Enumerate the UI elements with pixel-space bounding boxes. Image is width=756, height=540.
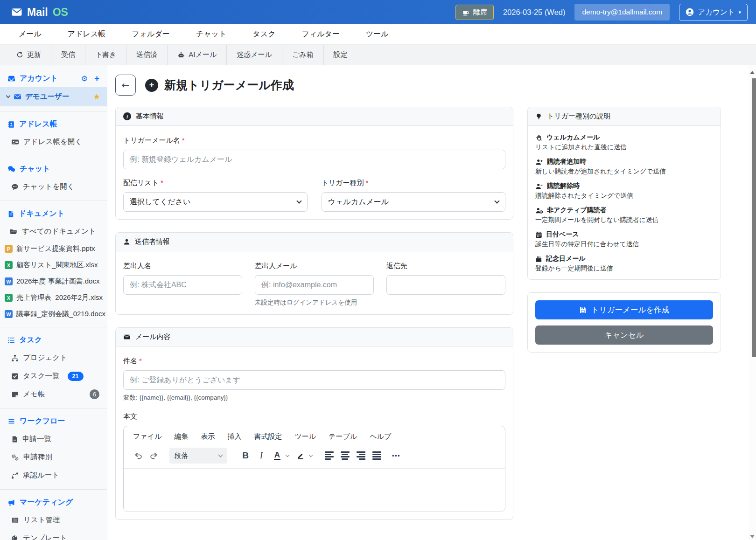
refresh-button[interactable]: 更新 (7, 45, 51, 65)
scroll-down-arrow-icon[interactable] (750, 535, 755, 538)
trash-button[interactable]: ごみ箱 (282, 45, 323, 65)
sender-email-input[interactable] (255, 275, 374, 295)
sidebar-item-list-management[interactable]: リスト管理 (0, 511, 107, 529)
subject-input[interactable] (123, 370, 505, 390)
sidebar-workflow-header[interactable]: ワークフロー (0, 412, 107, 430)
account-menu-button[interactable]: アカウント ▾ (679, 4, 748, 21)
align-center-button[interactable] (338, 449, 351, 463)
file-item[interactable]: W 議事録_定例会議_0219.docx (0, 306, 107, 322)
sidebar-item-task-list[interactable]: タスク一覧 21 (0, 367, 107, 385)
nav-filters[interactable]: フィルター (301, 29, 340, 39)
italic-button[interactable]: I (255, 449, 268, 463)
sidebar-item-demo-user[interactable]: デモユーザー ★ (0, 87, 107, 106)
add-account-plus-icon[interactable]: + (94, 73, 99, 83)
account-settings-gear-icon[interactable]: ⚙ (81, 74, 88, 83)
spam-label: 迷惑メール (237, 50, 272, 59)
sidebar-addressbook-header[interactable]: アドレス帳 (0, 115, 107, 133)
reply-to-input[interactable] (386, 275, 505, 295)
app-header: Mail OS 離席 2026-03-25 (Wed) demo-try@1da… (0, 0, 756, 24)
mail-logo-icon (11, 7, 22, 18)
explain-item-anniversary: 記念日メール 登録から一定期間後に送信 (535, 255, 713, 273)
editor-menu-edit[interactable]: 編集 (174, 432, 188, 441)
editor-body[interactable] (124, 469, 505, 512)
align-justify-button[interactable] (370, 449, 383, 463)
trigger-type-select[interactable]: ウェルカムメール (322, 192, 506, 212)
xlsx-file-icon: X (5, 294, 13, 302)
sidebar-item-request-list[interactable]: 申請一覧 (0, 430, 107, 448)
open-chat-label: チャットを開く (23, 182, 75, 192)
cancel-button[interactable]: キャンセル (535, 325, 713, 345)
app-logo[interactable]: Mail OS (11, 6, 68, 19)
bold-button[interactable]: B (239, 449, 252, 463)
file-item[interactable]: P 新サービス提案資料.pptx (0, 241, 107, 257)
scroll-up-arrow-icon[interactable] (750, 71, 755, 74)
chevron-down-icon (6, 94, 11, 98)
nav-addressbook[interactable]: アドレス帳 (68, 29, 106, 39)
sidebar-item-open-chat[interactable]: チャットを開く (0, 178, 107, 196)
text-color-button[interactable]: A (271, 449, 284, 463)
align-justify-icon (372, 451, 381, 460)
nav-folders[interactable]: フォルダー (132, 29, 170, 39)
highlight-color-button[interactable] (294, 449, 307, 463)
away-status-button[interactable]: 離席 (455, 5, 494, 20)
scrollbar-thumb[interactable] (752, 78, 756, 357)
create-trigger-mail-button[interactable]: トリガーメールを作成 (535, 300, 713, 319)
sidebar-item-approval-route[interactable]: 承認ルート (0, 466, 107, 485)
undo-button[interactable] (132, 449, 145, 463)
nav-tools[interactable]: ツール (366, 29, 389, 39)
favorite-star-icon[interactable]: ★ (93, 92, 100, 102)
nav-chat[interactable]: チャット (196, 29, 227, 39)
sidebar-chat-header[interactable]: チャット (0, 159, 107, 178)
editor-menu-view[interactable]: 表示 (201, 432, 215, 441)
delivery-list-label: 配信リスト* (123, 179, 308, 187)
sidebar-item-templates[interactable]: テンプレート (0, 529, 107, 540)
back-button[interactable]: ← (115, 75, 136, 96)
chevron-down-icon[interactable] (286, 453, 289, 457)
editor-menu-tools[interactable]: ツール (294, 432, 316, 441)
sidebar-tasks-header[interactable]: タスク (0, 331, 107, 349)
person-minus-icon (535, 183, 543, 190)
trigger-name-input[interactable] (123, 150, 505, 169)
toolbar-more-button[interactable]: ••• (392, 452, 400, 459)
logged-in-email[interactable]: demo-try@1dallmail.com (574, 4, 670, 21)
main-navigation: メール アドレス帳 フォルダー チャット タスク フィルター ツール (0, 24, 756, 45)
spam-button[interactable]: 迷惑メール (226, 45, 282, 65)
editor-menu-table[interactable]: テーブル (329, 432, 357, 441)
sidebar-item-projects[interactable]: プロジェクト (0, 349, 107, 367)
settings-button[interactable]: 設定 (323, 45, 357, 65)
vertical-scrollbar[interactable] (749, 65, 756, 540)
redo-button[interactable] (147, 449, 161, 463)
drafts-button[interactable]: 下書き (85, 45, 126, 65)
sidebar-workflow-title: ワークフロー (20, 416, 65, 426)
file-item[interactable]: X 売上管理表_2026年2月.xlsx (0, 290, 107, 306)
paragraph-style-select[interactable]: 段落 (169, 448, 227, 464)
ai-mail-button[interactable]: AIメール (167, 45, 226, 65)
sidebar-item-request-types[interactable]: 申請種別 (0, 448, 107, 466)
nav-mail[interactable]: メール (19, 29, 42, 39)
sender-info-title: 送信者情報 (135, 237, 170, 246)
inbox-button[interactable]: 受信 (51, 45, 85, 65)
align-left-icon (325, 451, 334, 460)
editor-menu-help[interactable]: ヘルプ (370, 432, 391, 441)
sidebar-item-all-documents[interactable]: すべてのドキュメント (0, 222, 107, 241)
sidebar-item-open-addressbook[interactable]: アドレス帳を開く (0, 133, 107, 151)
sender-name-input[interactable] (123, 275, 242, 295)
nav-tasks[interactable]: タスク (252, 29, 275, 39)
memo-label: メモ帳 (23, 389, 45, 399)
editor-menu-format[interactable]: 書式設定 (254, 432, 282, 441)
list-management-label: リスト管理 (23, 515, 60, 525)
delivery-list-select[interactable]: 選択してください (123, 192, 308, 212)
file-item[interactable]: W 2026年度 事業計画書.docx (0, 273, 107, 290)
sidebar-marketing-header[interactable]: マーケティング (0, 493, 107, 511)
editor-menu-insert[interactable]: 挿入 (227, 432, 241, 441)
sidebar-documents-header[interactable]: ドキュメント (0, 204, 107, 222)
align-right-button[interactable] (354, 449, 367, 463)
editor-menu-file[interactable]: ファイル (133, 432, 161, 441)
file-item[interactable]: X 顧客リスト_関東地区.xlsx (0, 257, 107, 273)
sidebar-item-memo[interactable]: メモ帳 6 (0, 385, 107, 403)
refresh-icon (16, 51, 23, 58)
chevron-down-icon[interactable] (309, 453, 313, 457)
align-left-button[interactable] (322, 449, 336, 463)
sender-info-card: 送信者情報 差出人名 差出人メール 未設定時はログインアドレスを使用 (115, 232, 513, 315)
sent-button[interactable]: 送信済 (126, 45, 167, 65)
